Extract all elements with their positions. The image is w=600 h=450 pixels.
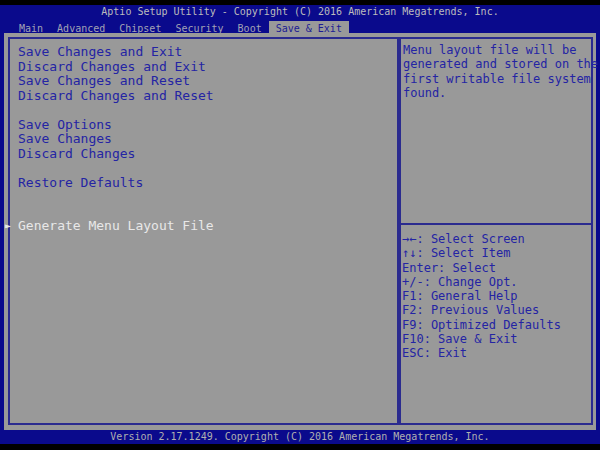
help-text-line: Menu layout file will be bbox=[403, 43, 589, 57]
options-spacer bbox=[10, 161, 390, 176]
key-legend-line: ↑↓: Select Item bbox=[402, 246, 590, 260]
option-label: Discard Changes and Reset bbox=[18, 88, 214, 103]
key-legend-line: +/-: Change Opt. bbox=[402, 275, 590, 289]
option-save-changes[interactable]: Save Changes bbox=[10, 132, 390, 147]
help-text-line: first writable file system bbox=[403, 72, 589, 86]
option-label: Save Changes and Reset bbox=[18, 73, 190, 88]
options-spacer bbox=[10, 190, 390, 205]
key-legend-line: →←: Select Screen bbox=[402, 232, 590, 246]
help-text-line: found. bbox=[403, 86, 589, 100]
key-legend-line: Enter: Select bbox=[402, 261, 590, 275]
key-legend-line: ESC: Exit bbox=[402, 346, 590, 360]
help-text-line: generated and stored on the bbox=[403, 57, 589, 71]
option-discard-changes-and-reset[interactable]: Discard Changes and Reset bbox=[10, 89, 390, 104]
option-label: Discard Changes and Exit bbox=[18, 59, 206, 74]
option-save-changes-and-exit[interactable]: Save Changes and Exit bbox=[10, 45, 390, 60]
bios-setup-screen: Aptio Setup Utility - Copyright (C) 2016… bbox=[0, 0, 600, 450]
help-panel-divider bbox=[399, 223, 593, 225]
title-bar: Aptio Setup Utility - Copyright (C) 2016… bbox=[0, 5, 600, 17]
options-list: Save Changes and ExitDiscard Changes and… bbox=[10, 45, 390, 234]
option-label: Save Options bbox=[18, 117, 112, 132]
option-save-options[interactable]: Save Options bbox=[10, 118, 390, 133]
option-discard-changes[interactable]: Discard Changes bbox=[10, 147, 390, 162]
option-label: Discard Changes bbox=[18, 146, 135, 161]
status-bar: Version 2.17.1249. Copyright (C) 2016 Am… bbox=[0, 430, 600, 444]
options-spacer bbox=[10, 103, 390, 118]
option-label: Generate Menu Layout File bbox=[18, 218, 214, 233]
submenu-arrow-icon: ► bbox=[5, 219, 11, 234]
menu-bar: MainAdvancedChipsetSecurityBootSave & Ex… bbox=[0, 17, 600, 33]
key-legend-line: F1: General Help bbox=[402, 289, 590, 303]
option-discard-changes-and-exit[interactable]: Discard Changes and Exit bbox=[10, 60, 390, 75]
option-label: Save Changes and Exit bbox=[18, 44, 182, 59]
key-legend-line: F10: Save & Exit bbox=[402, 332, 590, 346]
version-text: Version 2.17.1249. Copyright (C) 2016 Am… bbox=[110, 431, 489, 442]
title-text: Aptio Setup Utility - Copyright (C) 2016… bbox=[101, 6, 498, 17]
option-generate-menu-layout-file[interactable]: ►Generate Menu Layout File bbox=[10, 219, 390, 234]
option-label: Restore Defaults bbox=[18, 175, 143, 190]
option-save-changes-and-reset[interactable]: Save Changes and Reset bbox=[10, 74, 390, 89]
option-restore-defaults[interactable]: Restore Defaults bbox=[10, 176, 390, 191]
key-legend: →←: Select Screen↑↓: Select ItemEnter: S… bbox=[402, 232, 590, 361]
options-spacer bbox=[10, 205, 390, 220]
item-help-text: Menu layout file will begenerated and st… bbox=[403, 43, 589, 100]
key-legend-line: F2: Previous Values bbox=[402, 303, 590, 317]
key-legend-line: F9: Optimized Defaults bbox=[402, 318, 590, 332]
option-label: Save Changes bbox=[18, 131, 112, 146]
